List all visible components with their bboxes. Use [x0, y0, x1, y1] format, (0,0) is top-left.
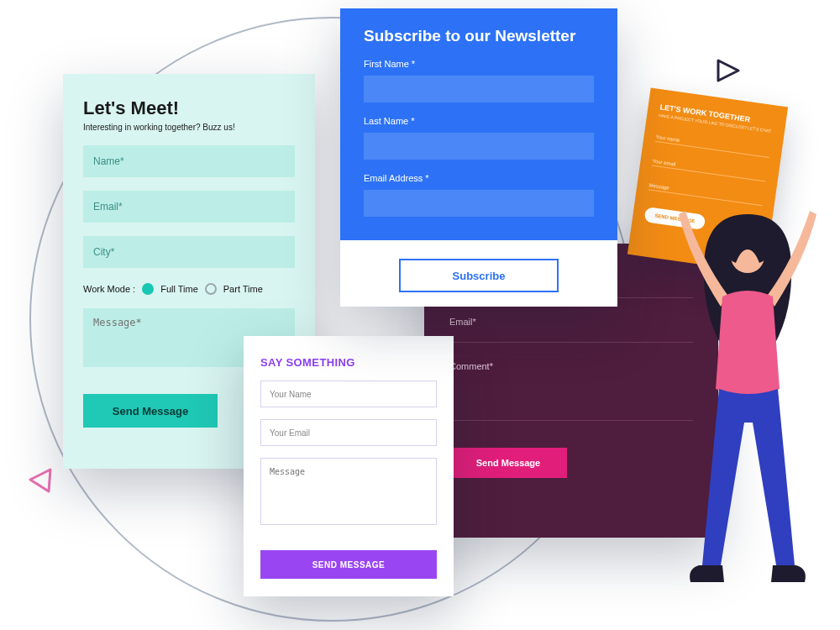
email-input[interactable]: [83, 191, 295, 223]
name-input[interactable]: [260, 381, 437, 407]
say-something-form: SAY SOMETHING SEND MESSAGE: [244, 336, 454, 596]
radio-parttime-label: Part Time: [223, 284, 263, 294]
triangle-icon: [25, 466, 52, 496]
comment-input[interactable]: Comment*: [449, 361, 693, 421]
message-input[interactable]: [260, 458, 437, 525]
subscribe-top: Subscribe to our Newsletter First Name *…: [340, 8, 617, 240]
email-input[interactable]: Your email: [652, 159, 767, 182]
email-input[interactable]: [260, 419, 437, 446]
firstname-input[interactable]: [364, 76, 594, 102]
email-input[interactable]: Email*: [449, 317, 693, 343]
radio-fulltime[interactable]: [142, 283, 154, 295]
subscribe-bottom: Subscribe: [340, 240, 617, 311]
workmode-row: Work Mode : Full Time Part Time: [83, 283, 295, 295]
stage: Let's Meet! Interesting in working toget…: [0, 0, 840, 630]
firstname-label: First Name *: [364, 59, 594, 69]
form-title: SAY SOMETHING: [260, 356, 437, 369]
email-input[interactable]: [364, 190, 594, 217]
svg-marker-0: [718, 60, 738, 81]
radio-fulltime-label: Full Time: [160, 284, 198, 294]
city-input[interactable]: [83, 236, 295, 268]
lastname-label: Last Name *: [364, 116, 594, 126]
workmode-label: Work Mode :: [83, 284, 135, 294]
svg-marker-1: [30, 470, 50, 491]
person-illustration: [664, 206, 832, 601]
subscribe-form: Subscribe to our Newsletter First Name *…: [340, 8, 617, 307]
name-input[interactable]: [83, 145, 295, 177]
radio-parttime[interactable]: [205, 283, 217, 295]
form-title: Let's Meet!: [83, 97, 295, 119]
name-input[interactable]: Your name: [655, 134, 770, 158]
message-input[interactable]: Message: [648, 182, 764, 206]
send-message-button[interactable]: SEND MESSAGE: [260, 550, 437, 579]
send-message-button[interactable]: Send Message: [83, 394, 218, 428]
form-subtitle: Interesting in working together? Buzz us…: [83, 123, 295, 132]
email-label: Email Address *: [364, 173, 594, 183]
lastname-input[interactable]: [364, 133, 594, 160]
subscribe-button[interactable]: Subscribe: [399, 259, 559, 292]
form-title: Subscribe to our Newsletter: [364, 27, 594, 45]
send-message-button[interactable]: Send Message: [449, 448, 567, 478]
